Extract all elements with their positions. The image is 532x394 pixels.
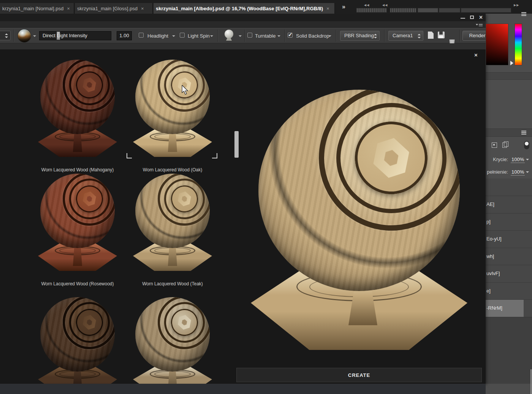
layer-label: AE] xyxy=(486,201,494,207)
viewport-close-icon[interactable]: × xyxy=(474,52,478,58)
toolbar-separator xyxy=(336,30,336,42)
tab-label: skrzynia1_main [Gloss].psd xyxy=(77,6,138,11)
collapse-panel-icon[interactable]: ◀◀ xyxy=(382,3,388,7)
dock-strip[interactable] xyxy=(390,8,416,13)
lock-all-toggle-icon[interactable] xyxy=(524,141,529,149)
layer-label: e] xyxy=(486,288,491,294)
preview-sphere xyxy=(258,90,460,291)
environment-sphere-icon[interactable] xyxy=(18,29,31,42)
create-button[interactable]: CREATE xyxy=(236,368,482,382)
material-tile[interactable]: Worn Lacquered Wood (Rosewood) xyxy=(37,173,118,291)
selection-corner-icon xyxy=(212,153,217,158)
material-ball-icon[interactable] xyxy=(223,30,235,42)
layers-panel-footer xyxy=(486,317,532,384)
layer-row[interactable]: Eo-yU] xyxy=(486,230,532,248)
toolbar-separator xyxy=(384,30,385,42)
shading-mode-value: PBR Shading xyxy=(344,33,374,38)
layer-row[interactable]: uvIvF] xyxy=(486,265,532,282)
dock-strip[interactable] xyxy=(356,8,387,13)
shading-mode-select[interactable]: PBR Shading xyxy=(340,31,380,41)
collapse-panel-icon[interactable]: ◀◀ xyxy=(364,3,369,7)
document-tab[interactable]: skrzynia1_main [Albedo].psd @ 16,7% (Woo… xyxy=(154,3,335,14)
direct-light-intensity-label: Direct Light Intensity xyxy=(43,33,87,38)
opacity-value[interactable]: 100% xyxy=(511,157,525,163)
preset-spinner[interactable] xyxy=(0,31,11,40)
color-picker-saturation-field[interactable] xyxy=(486,24,508,65)
material-tile[interactable]: Worn Lacquered Wood (Teak) xyxy=(132,173,213,291)
close-icon[interactable]: × xyxy=(479,14,483,21)
color-picker-hue-strip[interactable] xyxy=(515,24,522,65)
panel-menu-icon[interactable] xyxy=(521,12,526,17)
material-tile[interactable] xyxy=(132,296,213,384)
layer-row[interactable]: -RNrM] xyxy=(486,299,532,317)
material-preview-large[interactable] xyxy=(249,86,469,352)
tool-window-menubar xyxy=(0,21,486,28)
tile-sphere xyxy=(135,297,210,372)
layer-row[interactable]: p] xyxy=(486,213,532,231)
direct-light-intensity-slider[interactable]: Direct Light Intensity xyxy=(39,31,111,40)
dock-strip[interactable] xyxy=(439,8,460,13)
tab-close-icon[interactable]: × xyxy=(326,6,329,11)
headlight-dropdown-icon[interactable] xyxy=(172,35,175,37)
material-tile[interactable] xyxy=(37,296,118,384)
layer-row[interactable]: AE] xyxy=(486,196,532,213)
material-tile[interactable]: Worn Lacquered Wood (Mahogany) xyxy=(37,59,118,177)
direct-light-intensity-value[interactable]: 1.00 xyxy=(117,31,132,40)
layer-label: p] xyxy=(486,219,491,225)
toolbar-substrip xyxy=(0,43,486,49)
fill-dropdown-icon[interactable] xyxy=(526,171,529,173)
solid-backdrop-checkbox[interactable] xyxy=(288,33,293,38)
maximize-icon[interactable] xyxy=(470,16,474,19)
save-icon[interactable] xyxy=(438,32,445,38)
tab-close-icon[interactable]: × xyxy=(141,6,144,11)
tool-toolbar: Direct Light Intensity 1.00 Headlight Li… xyxy=(0,28,486,43)
tab-label: krzynia1_main [Normal].psd xyxy=(2,6,63,11)
layers-list: AE] p] Eo-yU] wh] uvIvF] e] -RNrM] xyxy=(486,179,532,317)
layers-menu-icon[interactable] xyxy=(521,131,526,135)
solid-backdrop-dropdown-icon[interactable] xyxy=(328,35,331,37)
layer-row[interactable]: e] xyxy=(486,282,532,300)
dock-strip[interactable] xyxy=(418,8,438,13)
expand-panel-icon[interactable]: ▶▶ xyxy=(514,3,519,7)
tab-close-icon[interactable]: × xyxy=(67,6,70,11)
headlight-checkbox[interactable] xyxy=(139,33,144,38)
turntable-checkbox[interactable] xyxy=(247,33,252,38)
turntable-dropdown-icon[interactable] xyxy=(277,35,280,37)
logo-hexagon xyxy=(81,314,98,331)
tool-window-titlebar[interactable]: × xyxy=(0,14,486,21)
light-spin-dropdown-icon[interactable] xyxy=(210,35,213,37)
document-tab[interactable]: krzynia1_main [Normal].psd × xyxy=(0,3,74,14)
tile-sphere xyxy=(40,174,115,248)
environment-dropdown-icon[interactable] xyxy=(33,35,36,37)
material-dropdown-icon[interactable] xyxy=(239,35,242,37)
tile-sphere xyxy=(40,60,115,134)
hue-pointer-icon[interactable] xyxy=(510,61,513,65)
tab-label: skrzynia1_main [Albedo].psd @ 16,7% (Woo… xyxy=(156,6,323,11)
opacity-dropdown-icon[interactable] xyxy=(526,159,529,160)
layer-row[interactable]: wh] xyxy=(486,248,532,265)
logo-hexagon xyxy=(367,134,415,182)
toolbar-separator xyxy=(217,30,218,42)
document-tab[interactable]: skrzynia1_main [Gloss].psd × xyxy=(75,3,153,14)
render-button[interactable]: Render xyxy=(462,31,486,41)
turntable-label: Turntable xyxy=(255,33,276,39)
tab-overflow-icon[interactable]: » xyxy=(342,3,345,10)
panel-edge-strip xyxy=(530,369,532,394)
layer-label: uvIvF] xyxy=(486,271,500,276)
layer-label: -RNrM] xyxy=(486,305,502,311)
dock-strip[interactable] xyxy=(461,8,511,13)
material-label: Worn Lacquered Wood (Oak) xyxy=(132,167,213,172)
fill-value[interactable]: 100% xyxy=(511,169,525,176)
light-spin-checkbox[interactable] xyxy=(180,33,185,38)
lock-transparency-icon[interactable] xyxy=(492,142,497,148)
new-document-icon[interactable] xyxy=(428,32,434,39)
lock-position-icon[interactable] xyxy=(502,142,507,148)
light-spin-label: Light Spin xyxy=(188,33,210,39)
panel-options-icon[interactable] xyxy=(476,23,483,27)
viewport-scrollbar[interactable] xyxy=(234,131,239,158)
minimize-icon[interactable] xyxy=(461,18,465,19)
camera-select[interactable]: Camera1 xyxy=(388,31,423,41)
material-label: Worn Lacquered Wood (Rosewood) xyxy=(37,281,118,286)
layer-label: wh] xyxy=(486,253,494,259)
material-tile[interactable]: Worn Lacquered Wood (Oak) xyxy=(132,59,213,177)
